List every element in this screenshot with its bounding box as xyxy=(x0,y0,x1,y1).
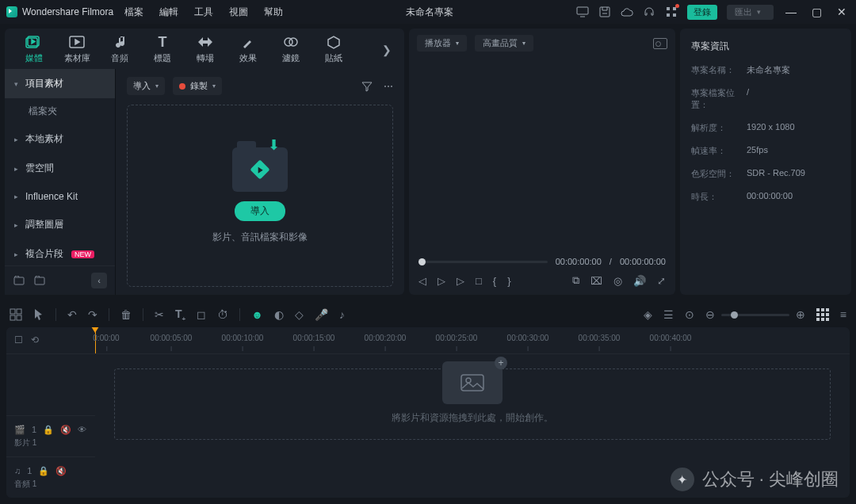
audio-track-icon: ♫ xyxy=(14,466,21,475)
play-icon[interactable]: ▷ xyxy=(457,275,464,287)
timeline-toolbar: ↶ ↷ 🗑 ✂ T+ ◻ ⏱ ☻ ◐ ◇ 🎤 ♪ ◈ ☰ ⊙ ⊖ ⊕ xyxy=(6,303,850,327)
sidebar-item-cloud[interactable]: ▸雲空間 xyxy=(5,154,115,183)
color-icon[interactable]: ◐ xyxy=(274,308,284,321)
track-eye-icon[interactable]: 👁 xyxy=(78,425,86,434)
mark-in-icon[interactable]: { xyxy=(493,275,496,287)
link-icon[interactable]: ⟲ xyxy=(31,334,39,346)
music-icon[interactable]: ♪ xyxy=(339,308,345,321)
sidebar-collapse-icon[interactable]: ‹ xyxy=(91,273,107,288)
menu-help[interactable]: 幫助 xyxy=(264,6,283,19)
tab-transition[interactable]: 轉場 xyxy=(184,35,227,64)
speed-icon[interactable]: ⏱ xyxy=(217,308,228,321)
compare-icon[interactable]: ⧉ xyxy=(572,274,579,287)
import-button[interactable]: 導入 xyxy=(235,201,285,221)
timeline-tracks[interactable]: 將影片和資源拖拽到此處，開始創作。 xyxy=(95,354,850,498)
sidebar-item-influence-kit[interactable]: ▸Influence Kit xyxy=(5,183,115,210)
new-folder-icon[interactable] xyxy=(33,274,46,287)
preview-scrubber[interactable] xyxy=(418,261,548,263)
magnet-icon[interactable]: ⊙ xyxy=(685,308,694,321)
delete-icon[interactable]: 🗑 xyxy=(120,308,132,321)
tab-sticker[interactable]: 貼紙 xyxy=(312,35,355,64)
track-lock-icon[interactable]: 🔒 xyxy=(38,466,49,476)
text-tool-icon[interactable]: T+ xyxy=(175,307,185,323)
view-list-icon[interactable]: ≡ xyxy=(840,308,846,321)
quality-select[interactable]: 高畫品質 xyxy=(475,35,533,52)
menu-view[interactable]: 視圖 xyxy=(229,6,248,19)
mark-out-icon[interactable]: } xyxy=(507,275,510,287)
tab-media[interactable]: 媒體 xyxy=(13,35,55,64)
sidebar-sub-folder[interactable]: 檔案夾 xyxy=(5,98,115,124)
device-icon[interactable] xyxy=(576,6,589,18)
sidebar-item-compound[interactable]: ▸複合片段NEW xyxy=(5,239,115,265)
zoom-slider[interactable] xyxy=(721,314,789,316)
more-icon[interactable]: ⋯ xyxy=(384,81,393,92)
filter-icon[interactable] xyxy=(361,81,373,92)
svg-rect-15 xyxy=(10,315,15,320)
redo-icon[interactable]: ↷ xyxy=(88,308,97,321)
svg-rect-2 xyxy=(667,7,670,10)
ai-tool-icon[interactable]: ☻ xyxy=(251,308,263,321)
voice-icon[interactable]: 🎤 xyxy=(315,308,328,321)
svg-rect-11 xyxy=(14,277,24,284)
media-dropzone[interactable]: ⬇ 導入 影片、音訊檔案和影像 xyxy=(127,105,393,287)
next-frame-icon[interactable]: ▷ xyxy=(438,275,445,287)
tabs-more-icon[interactable]: ❯ xyxy=(377,44,396,56)
tab-audio[interactable]: 音頻 xyxy=(98,35,141,64)
volume-icon[interactable]: 🔊 xyxy=(633,275,646,287)
tab-title[interactable]: T 標題 xyxy=(141,35,184,64)
save-icon[interactable] xyxy=(598,6,611,18)
track-icon[interactable]: ☰ xyxy=(663,308,674,321)
zoom-out-icon[interactable]: ⊖ xyxy=(705,308,715,321)
track-lock-icon[interactable]: 🔒 xyxy=(43,425,54,435)
export-button[interactable]: 匯出 xyxy=(727,5,774,20)
track-mute-icon[interactable]: 🔇 xyxy=(60,425,71,435)
track-header-audio: ♫ 1 🔒 🔇 音頻 1 xyxy=(6,456,95,498)
menu-file[interactable]: 檔案 xyxy=(124,6,143,19)
prev-frame-icon[interactable]: ◁ xyxy=(418,275,426,287)
track-mute-icon[interactable]: 🔇 xyxy=(55,466,67,476)
svg-rect-12 xyxy=(35,277,44,284)
new-bin-icon[interactable] xyxy=(13,274,25,287)
window-maximize[interactable]: ▢ xyxy=(808,6,824,18)
audio-icon xyxy=(111,35,128,49)
window-minimize[interactable]: — xyxy=(783,6,799,18)
crop-icon[interactable]: ◻ xyxy=(197,308,206,321)
fullscreen-icon[interactable]: ⤢ xyxy=(657,275,666,287)
media-sidebar: ▾項目素材 檔案夾 ▸本地素材 ▸雲空間 ▸Influence Kit ▸調整圖… xyxy=(5,69,116,295)
window-close[interactable]: ✕ xyxy=(834,6,850,18)
tab-effect[interactable]: 效果 xyxy=(227,35,269,64)
title-icon: T xyxy=(154,35,171,49)
sidebar-item-local[interactable]: ▸本地素材 xyxy=(5,124,115,154)
record-dropdown[interactable]: 錄製 xyxy=(173,77,222,95)
timeline-dropzone[interactable]: 將影片和資源拖拽到此處，開始創作。 xyxy=(114,368,831,440)
sidebar-item-adjustment[interactable]: ▸調整圖層 xyxy=(5,210,115,239)
tool-cursor-icon[interactable] xyxy=(33,308,44,321)
camera-icon[interactable]: ◎ xyxy=(613,275,622,287)
player-select[interactable]: 播放器 xyxy=(417,35,467,52)
stop-icon[interactable]: □ xyxy=(476,275,482,287)
tab-stock[interactable]: 素材庫 xyxy=(55,35,98,64)
headset-icon[interactable] xyxy=(643,6,655,18)
menu-tools[interactable]: 工具 xyxy=(194,6,213,19)
split-icon[interactable]: ✂ xyxy=(155,308,164,321)
apps-icon[interactable] xyxy=(665,6,678,18)
lock-all-icon[interactable]: ☐ xyxy=(14,334,23,346)
tool-layout-icon[interactable] xyxy=(10,308,22,321)
zoom-in-icon[interactable]: ⊕ xyxy=(796,308,805,321)
tab-filter[interactable]: 濾鏡 xyxy=(269,35,312,64)
svg-rect-13 xyxy=(10,309,15,314)
cloud-icon[interactable] xyxy=(621,6,633,18)
display-icon[interactable]: ⌧ xyxy=(590,275,602,287)
marker-icon[interactable]: ◈ xyxy=(644,308,652,321)
keyframe-icon[interactable]: ◇ xyxy=(295,308,304,321)
menu-edit[interactable]: 編輯 xyxy=(159,6,178,19)
timeline-ruler[interactable]: 0:00:00 00:00:05:00 00:00:10:00 00:00:15… xyxy=(95,327,850,354)
snapshot-icon[interactable] xyxy=(653,38,667,49)
undo-icon[interactable]: ↶ xyxy=(67,308,77,321)
sidebar-item-project-media[interactable]: ▾項目素材 xyxy=(5,69,115,98)
import-dropdown[interactable]: 導入 xyxy=(127,77,165,95)
view-grid-icon[interactable] xyxy=(816,308,829,321)
info-row-res: 解析度：1920 x 1080 xyxy=(691,122,840,134)
login-button[interactable]: 登錄 xyxy=(687,5,717,20)
info-row-dur: 時長：00:00:00:00 xyxy=(691,191,840,203)
